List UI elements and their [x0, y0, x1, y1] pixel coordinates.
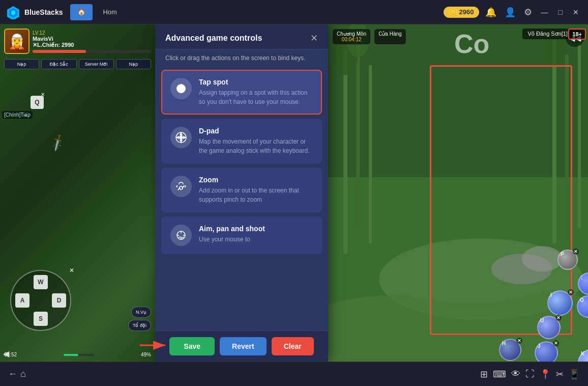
skill-u-btn[interactable]: U ✕: [537, 316, 561, 339]
dialog-title: Advanced game controls: [165, 34, 262, 43]
action-buttons: N.Vụ Tổ đội: [128, 307, 151, 331]
aim-pan-shoot-card[interactable]: Aim, pan and shoot Use your mouse to: [161, 216, 322, 254]
dpad-a-key[interactable]: A: [15, 293, 30, 308]
game-right-panel: Co Chương Môn 00:04:12 Cửa Hàng ◀◀ Võ Đă…: [328, 24, 588, 362]
dpad-w-key[interactable]: W: [34, 275, 48, 289]
minimize-btn[interactable]: —: [538, 6, 551, 18]
bottom-right-nav: ⊞ ⌨ 👁 ⛶ 📍 ✂ 📱: [480, 369, 588, 380]
aim-icon: [170, 225, 192, 246]
skill-j-close[interactable]: ✕: [553, 340, 559, 346]
q-key[interactable]: Q: [31, 96, 44, 109]
player-stat: ✕L.Chiến: 2990: [33, 42, 151, 48]
bottom-left-nav: ← ⌂: [0, 369, 26, 379]
tap-spot-card[interactable]: Tap spot Assign tapping on a spot with t…: [161, 70, 322, 115]
main-content: 🧝 LV.12 MavisVi ✕L.Chiến: 2990 Nạp Đặc S…: [0, 24, 588, 362]
location-icon-btn[interactable]: 📍: [540, 369, 551, 380]
zoom-title: Zoom: [199, 176, 313, 184]
grid-icon-btn[interactable]: ⊞: [480, 369, 488, 380]
game-background: [328, 24, 588, 362]
q-close-icon[interactable]: ✕: [41, 92, 45, 97]
aim-desc: Use your mouse to: [199, 235, 313, 244]
to-doi-btn[interactable]: Tổ đội: [128, 320, 151, 331]
game-timer: 00:04:12: [337, 37, 366, 42]
dpad-svg: [175, 131, 187, 144]
skill-h-close[interactable]: ✕: [516, 338, 522, 344]
dpad[interactable]: W S A D ✕: [10, 270, 71, 331]
player-name-banner: Võ Đăng Sơn[1]: [522, 29, 573, 39]
skill-j-btn[interactable]: J ✕: [535, 341, 558, 362]
location-name: Chương Môn: [337, 31, 366, 37]
fullscreen-icon-btn[interactable]: ⛶: [525, 369, 535, 379]
zoom-card[interactable]: Zoom Add zoom in or out to the screen th…: [161, 168, 322, 212]
dpad-s-key[interactable]: S: [34, 312, 48, 326]
save-arrow: [140, 339, 170, 353]
eye-icon-btn[interactable]: 👁: [511, 369, 520, 379]
bottom-hp-fill: [64, 354, 78, 356]
back-arrow-btn[interactable]: ←: [8, 369, 17, 379]
player-name: MavisVi: [33, 36, 151, 42]
notification-icon[interactable]: 🔔: [483, 5, 498, 20]
player-hud: 🧝 LV.12 MavisVi ✕L.Chiến: 2990: [4, 29, 151, 54]
n-vu-btn[interactable]: N.Vụ: [131, 307, 151, 318]
bottom-hp-bar: [64, 354, 94, 356]
aim-svg: [175, 229, 187, 241]
bottom-hud: 08:52 49%: [4, 352, 151, 357]
dpad-close-icon[interactable]: ✕: [69, 267, 74, 274]
player-avatar: 🧝: [4, 29, 30, 54]
zoom-svg: [175, 180, 187, 192]
items-row: Nạp Đặc Sắc Server Mới Nạp: [4, 59, 151, 69]
svg-line-16: [182, 186, 184, 188]
svg-rect-30: [552, 39, 556, 243]
svg-marker-10: [180, 133, 182, 135]
skill-i-close[interactable]: ✕: [568, 289, 574, 295]
dialog-subtitle: Click or drag the actions on the screen …: [155, 49, 328, 66]
save-button[interactable]: Save: [169, 337, 215, 355]
svg-point-3: [177, 84, 186, 93]
svg-point-5: [180, 136, 183, 139]
mobile-icon-btn[interactable]: 📱: [569, 369, 580, 380]
dac-sac-btn[interactable]: Đặc Sắc: [41, 59, 76, 69]
skill-h-btn[interactable]: H ✕: [499, 339, 521, 361]
account-icon[interactable]: 👤: [503, 5, 518, 20]
dpad-card-title: D-pad: [199, 127, 313, 135]
nap-btn[interactable]: Nạp: [4, 59, 39, 69]
svg-rect-32: [578, 44, 581, 228]
dialog-header: Advanced game controls ✕: [155, 24, 328, 49]
hom-tab[interactable]: Hom: [96, 4, 124, 20]
dpad-card-desc: Map the movement of your character or th…: [199, 137, 313, 155]
hp-fill: [33, 50, 86, 53]
home-btn[interactable]: ⌂: [20, 369, 26, 379]
keyboard-icon-btn[interactable]: ⌨: [493, 369, 506, 380]
player-level: LV.12: [33, 30, 151, 36]
app-logo: BlueStacks: [0, 5, 69, 19]
svg-point-37: [522, 246, 563, 271]
scissors-icon-btn[interactable]: ✂: [556, 369, 564, 380]
coin-icon: 🪙: [449, 8, 457, 16]
settings-icon[interactable]: ⚙: [522, 5, 534, 20]
svg-marker-11: [180, 140, 182, 142]
dialog-close-btn[interactable]: ✕: [310, 34, 318, 43]
maximize-btn[interactable]: □: [555, 6, 566, 18]
svg-rect-29: [369, 65, 372, 244]
window-close-btn[interactable]: ✕: [570, 6, 582, 18]
location-badge: Chương Môn 00:04:12: [332, 29, 371, 45]
dpad-d-key[interactable]: D: [52, 293, 66, 308]
skill-p-btn[interactable]: P ✕: [557, 250, 578, 270]
clear-button[interactable]: Clear: [272, 337, 314, 355]
dpad-card[interactable]: D-pad Map the movement of your character…: [161, 119, 322, 163]
zoom-icon: [170, 176, 192, 197]
skill-p-close[interactable]: ✕: [573, 249, 579, 255]
revert-button[interactable]: Revert: [220, 337, 267, 355]
bottom-bar: ← ⌂ ⊞ ⌨ 👁 ⛶ 📍 ✂ 📱: [0, 362, 588, 386]
server-moi-btn[interactable]: Server Mới: [79, 59, 114, 69]
svg-rect-31: [565, 54, 569, 243]
hp-bar: [33, 50, 151, 53]
game-left-panel: 🧝 LV.12 MavisVi ✕L.Chiến: 2990 Nạp Đặc S…: [0, 24, 155, 362]
nap2-btn[interactable]: Nạp: [116, 59, 151, 69]
home-tab[interactable]: 🏠: [70, 4, 93, 20]
coin-badge: 🪙 2960: [444, 7, 479, 18]
dpad-container: W S A D ✕: [10, 270, 71, 331]
zoom-desc: Add zoom in or out to the screen that su…: [199, 186, 313, 204]
skill-u-close[interactable]: ✕: [555, 315, 562, 321]
skill-i-btn[interactable]: I ✕: [547, 290, 573, 316]
